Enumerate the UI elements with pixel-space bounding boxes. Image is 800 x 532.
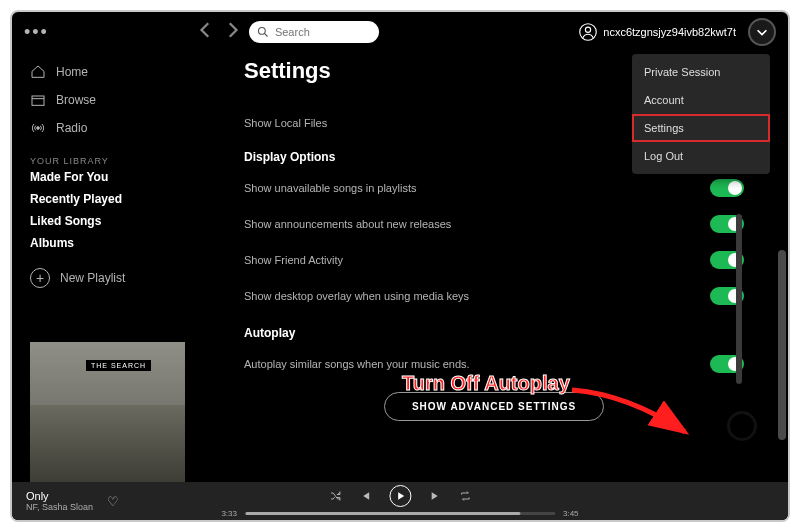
scrollbar-thumb[interactable] <box>736 214 742 384</box>
sidebar-item-label: Home <box>56 65 88 79</box>
search-icon <box>257 26 269 38</box>
radio-icon <box>30 120 46 136</box>
player-controls: 3:33 3:45 <box>221 485 578 518</box>
progress-row: 3:33 3:45 <box>221 509 578 518</box>
username-label: ncxc6tzgnsjyz94ivb82kwt7t <box>603 26 736 38</box>
chevron-left-icon <box>197 21 215 39</box>
setting-label: Show Friend Activity <box>244 254 343 266</box>
library-liked-songs[interactable]: Liked Songs <box>30 210 184 232</box>
chevron-down-icon <box>755 25 769 39</box>
section-autoplay: Autoplay <box>244 314 744 346</box>
setting-label: Show unavailable songs in playlists <box>244 182 416 194</box>
new-playlist-button[interactable]: + New Playlist <box>30 268 184 288</box>
sidebar-item-home[interactable]: Home <box>30 58 184 86</box>
user-menu-chevron[interactable] <box>748 18 776 46</box>
album-art-ground <box>30 405 185 482</box>
like-track-button[interactable]: ♡ <box>107 494 119 509</box>
topbar: ••• ncxc6tzgnsjyz94ivb82kwt7t <box>12 12 788 52</box>
annotation-label: Turn Off Autoplay <box>402 372 570 395</box>
user-icon <box>579 23 597 41</box>
album-art-tag: THE‎ SEARCH <box>86 360 151 371</box>
user-menu-button[interactable]: ncxc6tzgnsjyz94ivb82kwt7t <box>579 23 736 41</box>
nav-back-button[interactable] <box>197 21 215 43</box>
setting-unavailable-songs: Show unavailable songs in playlists <box>244 170 744 206</box>
repeat-icon[interactable] <box>459 490 471 502</box>
dropdown-account[interactable]: Account <box>632 86 770 114</box>
svg-point-0 <box>258 28 265 35</box>
sidebar-item-label: Browse <box>56 93 96 107</box>
search-field[interactable] <box>249 21 379 43</box>
user-dropdown: Private Session Account Settings Log Out <box>632 54 770 174</box>
sidebar-item-browse[interactable]: Browse <box>30 86 184 114</box>
library-made-for-you[interactable]: Made For You <box>30 166 184 188</box>
app-menu-dots-icon[interactable]: ••• <box>24 22 49 43</box>
time-elapsed: 3:33 <box>221 509 237 518</box>
library-header: YOUR LIBRARY <box>30 156 184 166</box>
plus-icon: + <box>30 268 50 288</box>
now-playing-info: Only NF, Sasha Sloan <box>26 490 93 512</box>
window-scrollbar[interactable] <box>776 40 786 480</box>
home-icon <box>30 64 46 80</box>
dropdown-private-session[interactable]: Private Session <box>632 58 770 86</box>
progress-bar[interactable] <box>245 512 555 515</box>
player-bar: Only NF, Sasha Sloan ♡ 3:33 3:45 <box>12 482 788 520</box>
setting-friend-activity: Show Friend Activity <box>244 242 744 278</box>
sidebar-item-label: Radio <box>56 121 87 135</box>
svg-rect-3 <box>32 96 44 105</box>
sidebar-item-radio[interactable]: Radio <box>30 114 184 142</box>
time-total: 3:45 <box>563 509 579 518</box>
album-art[interactable]: THE‎ SEARCH <box>30 342 185 482</box>
setting-label: Show Local Files <box>244 117 327 129</box>
setting-announcements: Show announcements about new releases <box>244 206 744 242</box>
setting-label: Show announcements about new releases <box>244 218 451 230</box>
next-icon[interactable] <box>429 490 441 502</box>
browse-icon <box>30 92 46 108</box>
setting-label: Autoplay similar songs when your music e… <box>244 358 470 370</box>
search-input[interactable] <box>275 26 365 38</box>
annotation-arrow-icon <box>567 382 707 452</box>
chevron-right-icon <box>223 21 241 39</box>
dropdown-settings[interactable]: Settings <box>632 114 770 142</box>
library-albums[interactable]: Albums <box>30 232 184 254</box>
previous-icon[interactable] <box>359 490 371 502</box>
sidebar: Home Browse Radio YOUR LIBRARY Made For … <box>12 52 184 482</box>
library-recently-played[interactable]: Recently Played <box>30 188 184 210</box>
track-artists[interactable]: NF, Sasha Sloan <box>26 502 93 512</box>
app-window: ••• ncxc6tzgnsjyz94ivb82kwt7t Private Se… <box>10 10 790 522</box>
scrollbar-thumb[interactable] <box>778 250 786 440</box>
svg-point-2 <box>586 27 591 32</box>
play-icon <box>394 490 406 502</box>
setting-label: Show desktop overlay when using media ke… <box>244 290 469 302</box>
track-title[interactable]: Only <box>26 490 93 502</box>
svg-point-4 <box>37 127 40 130</box>
nav-forward-button[interactable] <box>223 21 241 43</box>
play-button[interactable] <box>389 485 411 507</box>
shuffle-icon[interactable] <box>329 490 341 502</box>
dropdown-log-out[interactable]: Log Out <box>632 142 770 170</box>
new-playlist-label: New Playlist <box>60 271 125 285</box>
setting-desktop-overlay: Show desktop overlay when using media ke… <box>244 278 744 314</box>
